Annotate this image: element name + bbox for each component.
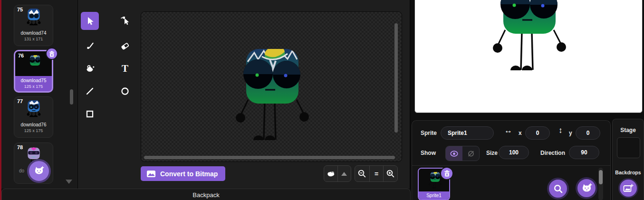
add-costume-cat-icon: [33, 166, 45, 176]
brush-icon: [85, 41, 95, 50]
arrow-vertical-icon: ↕: [558, 126, 563, 135]
add-backdrop-image-icon: [623, 184, 634, 193]
canvas-vertical-scrollbar[interactable]: [394, 23, 398, 133]
trash-icon: [49, 51, 55, 57]
show-visible-button[interactable]: [446, 146, 462, 161]
add-backdrop-button[interactable]: [618, 178, 638, 198]
eye-hidden-icon: [467, 150, 475, 158]
tool-reshape[interactable]: [116, 12, 134, 30]
search-sprite-button[interactable]: [547, 178, 569, 200]
paw-icon: [327, 170, 335, 177]
reshape-icon: [120, 16, 130, 26]
costume-number: 76: [18, 53, 24, 58]
trash-icon: [444, 170, 450, 177]
tool-select[interactable]: [81, 12, 99, 30]
character-thumb-blue: [25, 7, 42, 29]
character-thumb-blue2: [25, 98, 42, 120]
add-sprite-cat-icon: [581, 183, 593, 194]
stage-preview[interactable]: [414, 0, 643, 113]
add-costume-button[interactable]: [27, 159, 51, 183]
scratch-editor: 75 download74 131 x 171 76: [0, 0, 644, 200]
add-sprite-button[interactable]: [576, 177, 597, 199]
line-tool-icon: [85, 86, 95, 96]
costume-number: 78: [17, 144, 23, 150]
fill-bucket-icon: [85, 64, 95, 73]
canvas-horizontal-scrollbar[interactable]: [144, 156, 395, 159]
paint-canvas[interactable]: [141, 11, 402, 162]
stage-selector-pane[interactable]: Stage Backdrops: [612, 119, 644, 200]
direction-input[interactable]: [569, 146, 599, 159]
select-arrow-icon: [85, 16, 95, 26]
costume-scrollbar[interactable]: [70, 89, 73, 105]
arrow-horizontal-icon: ↔: [504, 126, 512, 135]
backdrop-thumbnail[interactable]: [617, 137, 640, 158]
costume-name: download74: [14, 30, 53, 36]
tool-circle[interactable]: [116, 82, 134, 100]
zoom-reset-button[interactable]: =: [369, 166, 384, 181]
sprite-on-stage[interactable]: [491, 0, 567, 76]
size-label: Size: [486, 150, 498, 156]
zoom-reset-label: =: [375, 170, 378, 178]
delete-costume-button[interactable]: [47, 48, 57, 59]
costume-size: 125 x 175: [15, 84, 52, 89]
caret-up-icon: [341, 172, 347, 176]
show-label: Show: [421, 150, 436, 156]
options-caret-button[interactable]: [337, 166, 351, 181]
y-label: y: [569, 130, 572, 136]
tool-brush[interactable]: [81, 37, 99, 55]
costume-name: download75: [15, 78, 52, 83]
stage-title: Stage: [613, 127, 644, 133]
costume-size: 125 x 175: [14, 128, 53, 133]
x-input[interactable]: [525, 126, 550, 140]
delete-sprite-button[interactable]: [441, 168, 452, 179]
sprite-list-divider: [412, 165, 610, 166]
sprite-name-input[interactable]: [441, 126, 494, 140]
bitmap-image-icon: [146, 170, 156, 178]
x-label: x: [519, 130, 522, 136]
show-hidden-button[interactable]: [462, 146, 479, 161]
rectangle-tool-icon: [85, 109, 95, 119]
costume-scroll-down-caret[interactable]: [66, 180, 72, 184]
sprite-thumb-character: [426, 170, 442, 190]
costume-panel: 75 download74 131 x 171 76: [1, 0, 78, 189]
canvas-options-group: [324, 165, 351, 182]
backdrops-label: Backdrops: [613, 170, 644, 175]
costume-item-75[interactable]: 75 download74 131 x 171: [14, 5, 53, 46]
zoom-out-icon: [357, 169, 366, 178]
convert-to-bitmap-button[interactable]: Convert to Bitmap: [141, 166, 225, 181]
search-icon: [553, 184, 563, 194]
sprite-card-name: Sprite1: [419, 191, 449, 200]
paint-paw-button[interactable]: [324, 166, 337, 181]
zoom-in-icon: [386, 169, 395, 178]
eraser-icon: [120, 41, 130, 50]
tool-eraser[interactable]: [116, 37, 134, 55]
costume-size: 131 x 171: [14, 37, 53, 41]
costume-number: 75: [17, 7, 23, 12]
convert-to-bitmap-label: Convert to Bitmap: [160, 170, 218, 178]
tool-line[interactable]: [81, 82, 99, 100]
backpack-bar[interactable]: Backpack: [1, 189, 411, 200]
show-toggle-group: [445, 146, 480, 161]
paint-editor: T Convert: [78, 0, 411, 189]
eye-visible-icon: [450, 150, 459, 158]
character-thumb-green: [26, 53, 42, 75]
sprite-character-drawing[interactable]: [234, 47, 310, 146]
costume-number: 77: [17, 98, 23, 104]
text-tool-icon: T: [122, 64, 128, 74]
size-input[interactable]: [499, 146, 529, 159]
tool-text[interactable]: T: [116, 59, 134, 77]
tool-rectangle[interactable]: [81, 105, 99, 123]
zoom-controls: =: [355, 165, 398, 182]
sprite-list-scrollbar[interactable]: [599, 170, 603, 184]
zoom-in-button[interactable]: [383, 166, 397, 181]
costume-item-77[interactable]: 77 download76 125 x 175: [14, 96, 53, 138]
direction-label: Direction: [540, 150, 565, 156]
sprite-name-label: Sprite: [421, 130, 437, 136]
sprite-pane: Sprite ↔ x ↕ y Show Size Dire: [412, 120, 611, 200]
backpack-label: Backpack: [192, 191, 219, 200]
costume-name: download76: [14, 122, 53, 127]
y-input[interactable]: [576, 126, 600, 140]
circle-tool-icon: [120, 86, 130, 96]
tool-fill[interactable]: [81, 59, 99, 77]
zoom-out-button[interactable]: [355, 166, 369, 181]
